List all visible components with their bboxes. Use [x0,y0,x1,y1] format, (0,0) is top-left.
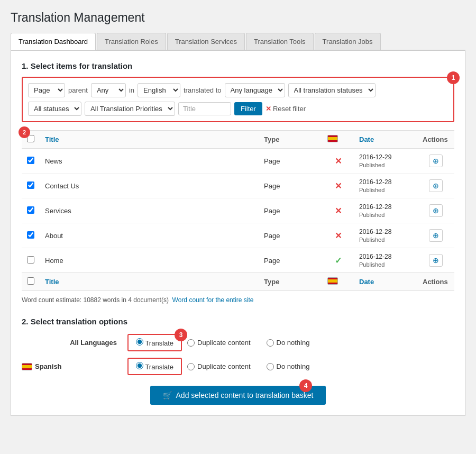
tab-dashboard[interactable]: Translation Dashboard [11,33,96,50]
duplicate-radio-spanish[interactable]: Duplicate content [187,362,250,370]
select-all-footer-checkbox[interactable] [27,277,34,285]
nothing-radio-spanish[interactable]: Do nothing [267,362,310,370]
filter-button[interactable]: Filter [234,102,262,115]
badge-3: 3 [175,329,187,341]
row-status-about: ✕ [335,231,342,240]
title-input[interactable] [178,102,231,115]
row-type-about: Page [259,223,322,248]
row-status-contactus: ✕ [335,181,342,190]
any-lang-select[interactable]: Any language English Spanish [225,83,285,97]
row-type-contactus: Page [259,174,322,198]
other-options-spanish: Duplicate content Do nothing [187,362,309,370]
other-options-all: Duplicate content Do nothing [187,339,309,347]
row-checkbox-contactus[interactable] [27,181,34,189]
row-title-home: Home [40,248,259,273]
nothing-label-spanish: Do nothing [277,362,310,370]
row-title-news: News [40,149,259,174]
duplicate-radio-all[interactable]: Duplicate content [187,339,250,347]
spanish-flag-label: Spanish [22,362,117,370]
row-action-about[interactable]: ⊕ [429,229,443,242]
col-actions-header: Actions [417,131,454,149]
table-row: Services Page ✕ 2016-12-28Published ⊕ [22,198,454,223]
col-check-footer [22,273,40,291]
all-languages-label: All Languages [22,339,127,347]
translate-label-spanish: Translate [145,363,173,371]
translated-label: translated to [184,86,222,94]
tab-roles[interactable]: Translation Roles [97,33,166,50]
translate-box-all: 3 Translate [127,334,182,351]
table-row: Contact Us Page ✕ 2016-12-28Published ⊕ [22,174,454,198]
row-checkbox-home[interactable] [27,256,34,264]
col-title-header: Title [40,131,259,149]
all-languages-row: All Languages 3 Translate Duplicate cont… [22,334,454,351]
col-date-footer: Date [354,273,417,291]
table-footer-row: Title Type Date Actions [22,273,454,291]
cart-icon: 🛒 [163,391,172,399]
word-count-link[interactable]: Word count for the entire site [172,296,254,304]
lang-select[interactable]: English Spanish [138,83,180,97]
radio-nothing-spanish[interactable] [267,363,274,370]
radio-translate-spanish[interactable] [136,362,143,369]
filter-row-1: Page Post Media parent Any None in Engli… [28,83,448,97]
status-select[interactable]: All translation statuses Translated Not … [288,83,376,97]
row-date-about: 2016-12-28Published [354,223,417,248]
row-title-services: Services [40,198,259,223]
row-action-home[interactable]: ⊕ [429,254,443,267]
radio-nothing-all[interactable] [267,339,274,347]
row-date-services: 2016-12-28Published [354,198,417,223]
table-header-row: 2 Title Type Date Actions [22,131,454,149]
filter-box: 1 Page Post Media parent Any None in Eng… [22,77,454,122]
row-checkbox-about[interactable] [27,231,34,239]
radio-translate-all[interactable] [136,338,143,346]
translate-label-all: Translate [145,339,173,347]
parent-select[interactable]: Any None [91,83,126,97]
badge-1: 1 [447,71,460,84]
nothing-label-all: Do nothing [277,339,310,347]
row-type-news: Page [259,149,322,174]
col-actions-footer: Actions [417,273,454,291]
row-status-news: ✕ [335,157,342,166]
col-check-header: 2 [22,131,40,149]
word-count: Word count estimate: 10882 words in 4 do… [22,296,454,304]
add-basket-label: Add selected content to translation bask… [176,391,314,399]
word-count-text: Word count estimate: 10882 words in 4 do… [22,296,169,304]
bottom-section: 4 🛒 Add selected content to translation … [22,386,454,405]
in-label: in [129,86,134,94]
spanish-flag-header [327,135,338,142]
tab-jobs[interactable]: Translation Jobs [315,33,381,50]
row-action-services[interactable]: ⊕ [429,204,443,217]
row-checkbox-news[interactable] [27,157,34,164]
duplicate-label-spanish: Duplicate content [197,362,250,370]
main-content: 1. Select items for translation 1 Page P… [11,50,465,416]
translate-radio-spanish-translate[interactable]: Translate [136,363,173,371]
tab-bar: Translation Dashboard Translation Roles … [11,33,465,50]
duplicate-label-all: Duplicate content [197,339,250,347]
tab-services[interactable]: Translation Services [167,33,245,50]
row-checkbox-services[interactable] [27,206,34,214]
radio-duplicate-spanish[interactable] [187,363,195,370]
badge-2: 2 [19,126,30,138]
page-title: Translation Management [11,11,465,25]
translation-options: All Languages 3 Translate Duplicate cont… [22,334,454,375]
items-table: 2 Title Type Date Actions News Page ✕ [22,130,454,291]
row-status-home: ✓ [335,256,342,265]
row-type-services: Page [259,198,322,223]
radio-duplicate-all[interactable] [187,339,195,347]
table-row: About Page ✕ 2016-12-28Published ⊕ [22,223,454,248]
tab-tools[interactable]: Translation Tools [246,33,314,50]
translate-radio-all-translate[interactable]: Translate [136,339,173,347]
col-type-footer: Type [259,273,322,291]
reset-x-icon: ✕ [266,105,271,113]
col-type-header: Type [259,131,322,149]
table-row: News Page ✕ 2016-12-29Published ⊕ [22,149,454,174]
type-select[interactable]: Page Post Media [28,83,65,97]
all-statuses-select[interactable]: All statuses Published Draft [28,102,81,116]
row-date-contactus: 2016-12-28Published [354,174,417,198]
row-action-news[interactable]: ⊕ [429,155,443,167]
row-status-services: ✕ [335,206,342,215]
row-title-about: About [40,223,259,248]
nothing-radio-all[interactable]: Do nothing [267,339,310,347]
priority-select[interactable]: All Translation Priorities High Medium L… [85,102,175,116]
row-action-contactus[interactable]: ⊕ [429,179,443,192]
reset-filter-button[interactable]: ✕ Reset filter [266,105,306,113]
